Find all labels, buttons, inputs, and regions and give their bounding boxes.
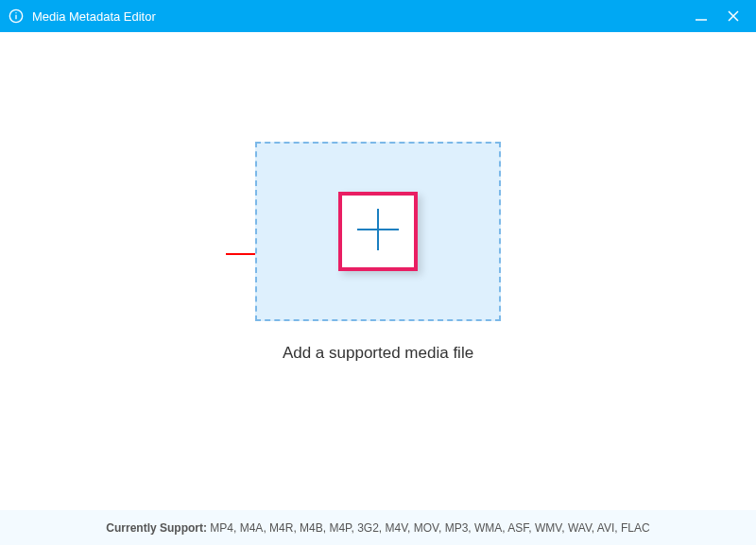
close-button[interactable] xyxy=(726,9,741,24)
info-icon xyxy=(8,8,25,25)
svg-point-2 xyxy=(15,12,16,13)
main-content: Add a supported media file xyxy=(0,32,756,510)
file-dropzone[interactable] xyxy=(255,142,501,321)
supported-formats-label: Currently Support: xyxy=(106,521,210,535)
plus-icon xyxy=(353,205,403,258)
add-file-button[interactable] xyxy=(338,192,418,271)
minimize-button[interactable] xyxy=(694,9,709,24)
footer: Currently Support: MP4, M4A, M4R, M4B, M… xyxy=(0,510,756,545)
window-title: Media Metadata Editor xyxy=(32,9,694,24)
supported-formats-text: Currently Support: MP4, M4A, M4R, M4B, M… xyxy=(106,521,649,535)
titlebar: Media Metadata Editor xyxy=(0,0,756,32)
supported-formats-list: MP4, M4A, M4R, M4B, M4P, 3G2, M4V, MOV, … xyxy=(210,521,649,535)
dropzone-wrapper: Add a supported media file xyxy=(255,142,501,363)
dropzone-label: Add a supported media file xyxy=(283,344,473,363)
window-controls xyxy=(694,9,748,24)
